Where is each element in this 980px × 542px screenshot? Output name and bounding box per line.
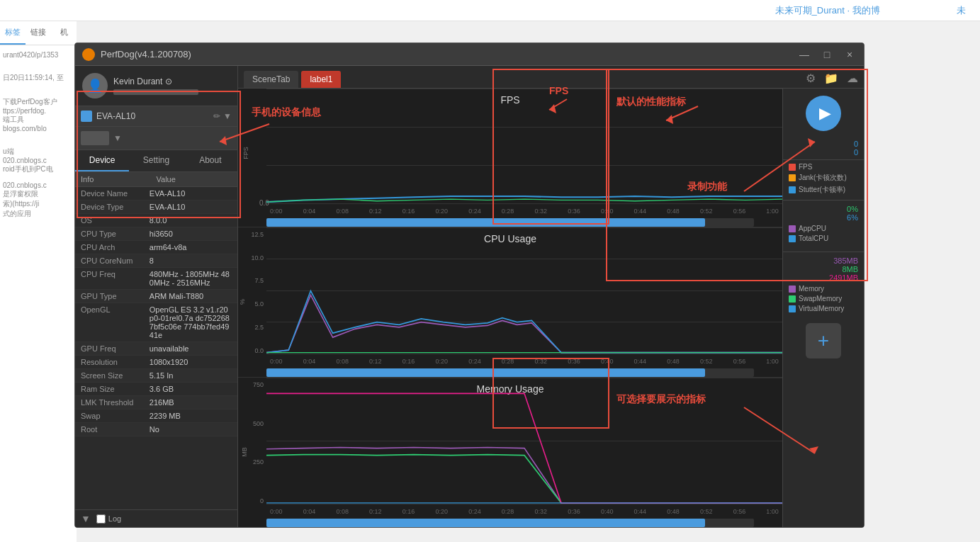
memory-chart: Memory Usage 750 500 250 0 <box>238 378 782 527</box>
play-button[interactable]: ▶ <box>806 96 841 131</box>
info-row: Resolution1080x1920 <box>75 356 237 369</box>
maximize-btn[interactable]: □ <box>820 49 834 60</box>
folder-icon[interactable]: 📁 <box>824 72 838 85</box>
left-nav-tab-other[interactable]: 机 <box>51 21 77 45</box>
tab-setting[interactable]: Setting <box>129 150 183 171</box>
virtual-label: VirtualMemory <box>799 305 844 312</box>
minimize-btn[interactable]: — <box>797 49 811 60</box>
virtual-dot <box>789 305 796 312</box>
info-row: CPU Freq480MHz - 1805MHz 480MHz - 2516MH… <box>75 268 237 290</box>
close-btn[interactable]: × <box>843 49 857 60</box>
fps-x-axis: 0:000:040:080:120:160:200:240:280:320:36… <box>266 204 782 218</box>
memory-legend: Memory SwapMemory VirtualMemory <box>789 282 858 317</box>
device-actions: ✏ ▼ <box>213 111 232 121</box>
scene-toolbar: ⚙ 📁 ☁ <box>806 72 858 88</box>
settings-icon[interactable]: ⚙ <box>806 72 816 85</box>
info-row: OS8.0.0 <box>75 214 237 227</box>
cpu-chart-inner: 12.5 10.0 7.5 5.0 2.5 0.0 <box>238 227 782 368</box>
mem-legend-virtual: VirtualMemory <box>789 305 858 312</box>
stutter-dot <box>789 186 796 193</box>
cpu-scrollbar[interactable] <box>266 368 754 377</box>
tab-device[interactable]: Device <box>75 150 129 171</box>
tab-about[interactable]: About <box>184 150 237 171</box>
cpu-y-label: % <box>239 299 246 305</box>
fps-canvas: 0:000:040:080:120:160:200:240:280:320:36… <box>266 89 782 218</box>
memory-canvas: 0:000:040:080:120:160:200:240:280:320:36… <box>266 378 782 519</box>
device-selector[interactable]: EVA-AL10 ✏ ▼ <box>75 106 237 127</box>
log-checkbox[interactable] <box>96 514 106 524</box>
scene-tabs: SceneTab label1 ⚙ 📁 ☁ <box>238 66 864 89</box>
fps-scrollbar[interactable] <box>266 218 754 227</box>
dropdown-icon[interactable]: ▼ <box>223 111 232 121</box>
fps-y-zero: 0.0 <box>259 199 269 207</box>
info-row: RootNo <box>75 423 237 436</box>
left-nav-tab-link[interactable]: 链接 <box>26 21 51 45</box>
play-icon: ▶ <box>819 104 831 123</box>
app-selector[interactable]: ▼ <box>75 127 237 150</box>
user-info: Kevin Durant ⊙ <box>113 77 230 95</box>
info-row: Device TypeEVA-AL10 <box>75 201 237 214</box>
log-label: Log <box>108 514 121 523</box>
cpu-svg <box>266 227 782 354</box>
scene-tab-scene[interactable]: SceneTab <box>244 71 298 88</box>
app-dropdown-icon[interactable]: ▼ <box>113 133 122 143</box>
fps-panel-values: 0 0 <box>783 137 864 160</box>
memory-scrollbar[interactable] <box>266 519 754 527</box>
top-bar: 未来可期_Durant · 我的博 未 <box>0 0 980 21</box>
app-icon <box>82 48 95 61</box>
nav-url-10: 020.cnblogs.c <box>3 181 74 189</box>
fps-svg <box>266 89 782 204</box>
cpu-panel-section: 0% 6% AppCPU TotalCPU <box>783 200 864 252</box>
add-metric-button[interactable]: + <box>806 323 841 358</box>
info-key: OpenGL <box>81 305 150 339</box>
app-cpu-dot <box>789 225 796 232</box>
user-name: Kevin Durant ⊙ <box>113 77 230 86</box>
nav-url-8: 020.cnblogs.c <box>3 157 74 164</box>
left-nav-content: urant0420/p/1353 日20日11:59:14, 至 下载PerfD… <box>0 45 77 222</box>
device-tabs: Device Setting About <box>75 150 237 172</box>
left-nav-tab-tags[interactable]: 标签 <box>0 21 26 45</box>
info-val: 2239 MB <box>150 412 232 420</box>
scene-tab-label1[interactable]: label1 <box>301 71 341 88</box>
left-nav: 标签 链接 机 urant0420/p/1353 日20日11:59:14, 至… <box>0 21 77 542</box>
info-row: Ram Size3.6 GB <box>75 383 237 396</box>
fps-y-label: FPS <box>242 147 249 160</box>
memory-x-axis: 0:000:040:080:120:160:200:240:280:320:36… <box>266 504 782 519</box>
bottom-bar: ▼ Log <box>75 509 237 527</box>
memory-panel-values: 385MB 8MB 2491MB <box>789 256 858 282</box>
info-key: Ram Size <box>81 385 150 393</box>
info-val: 1080x1920 <box>150 358 232 366</box>
info-row: Swap2239 MB <box>75 410 237 423</box>
fps-legend-fps: FPS <box>789 163 858 171</box>
bottom-arrow[interactable]: ▼ <box>81 513 91 524</box>
info-table: Info Value Device NameEVA-AL10Device Typ… <box>75 172 237 509</box>
info-val: 8.0.0 <box>150 216 232 225</box>
info-row: GPU TypeARM Mali-T880 <box>75 290 237 303</box>
info-key: GPU Type <box>81 292 150 300</box>
stutter-legend-label: Stutter(卡顿率) <box>799 185 845 195</box>
fps-chart: FPS FPS <box>238 89 782 227</box>
info-row: Device NameEVA-AL10 <box>75 187 237 201</box>
user-area: 👤 Kevin Durant ⊙ <box>75 66 237 106</box>
nav-url-4: ttps://perfdog. <box>3 107 74 115</box>
nav-url-11: 是浮窗权限 <box>3 189 74 199</box>
top-bar-user: 未来可期_Durant · 我的博 <box>775 4 880 17</box>
device-name-label: EVA-AL10 <box>96 111 213 121</box>
title-controls: — □ × <box>797 49 857 60</box>
charts-and-right: FPS FPS <box>238 89 864 527</box>
cloud-icon[interactable]: ☁ <box>847 72 858 85</box>
log-check[interactable]: Log <box>96 514 121 524</box>
jank-dot <box>789 174 796 181</box>
swap-label: SwapMemory <box>799 295 842 303</box>
header-info: Info <box>81 175 157 184</box>
memory-scroll-thumb <box>266 519 705 527</box>
edit-icon[interactable]: ✏ <box>213 111 220 121</box>
info-row: OpenGLOpenGL ES 3.2 v1.r20p0-01rel0.7a d… <box>75 303 237 342</box>
memory-y-label: MB <box>241 448 248 458</box>
info-val: 8 <box>150 256 232 265</box>
content-area: 👤 Kevin Durant ⊙ EVA-AL10 ✏ ▼ ▼ <box>75 66 864 527</box>
nav-url-5: 端工具 <box>3 115 74 125</box>
info-val: 216MB <box>150 398 232 407</box>
info-val: 480MHz - 1805MHz 480MHz - 2516MHz <box>150 270 232 287</box>
fps-dot <box>789 164 796 171</box>
